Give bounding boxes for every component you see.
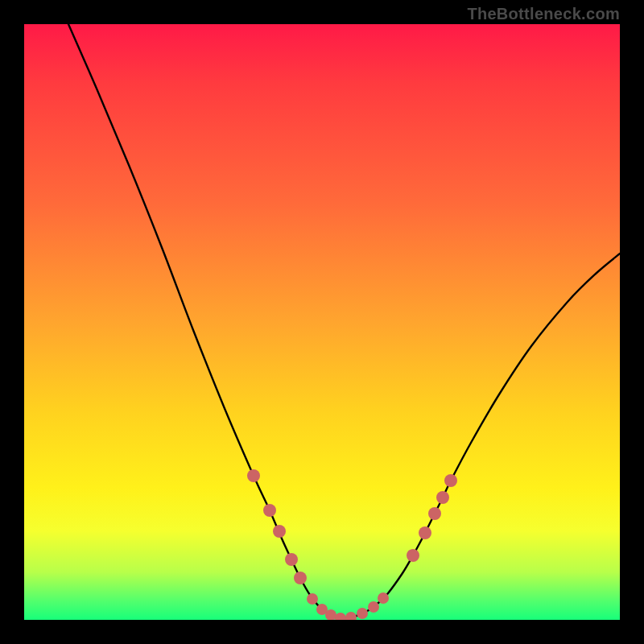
curve-marker	[285, 553, 298, 566]
curve-svg	[24, 24, 620, 620]
curve-marker	[273, 525, 286, 538]
curve-marker	[419, 526, 431, 539]
plot-area	[24, 24, 620, 620]
credit-label: TheBottleneck.com	[467, 5, 620, 23]
curve-marker	[357, 608, 368, 619]
curve-marker	[345, 612, 357, 620]
curve-marker	[428, 507, 441, 520]
curve-marker	[247, 469, 260, 482]
curve-marker	[263, 504, 276, 517]
curve-marker	[436, 491, 449, 504]
curve-marker	[294, 572, 307, 584]
curve-marker	[407, 549, 419, 562]
curve-marker	[378, 592, 389, 604]
curve-marker	[307, 593, 318, 605]
marker-group	[247, 469, 457, 620]
bottleneck-curve	[68, 24, 620, 618]
chart-frame: TheBottleneck.com	[0, 0, 644, 644]
curve-marker	[444, 474, 457, 487]
curve-marker	[368, 601, 379, 613]
curve-marker	[335, 613, 346, 620]
